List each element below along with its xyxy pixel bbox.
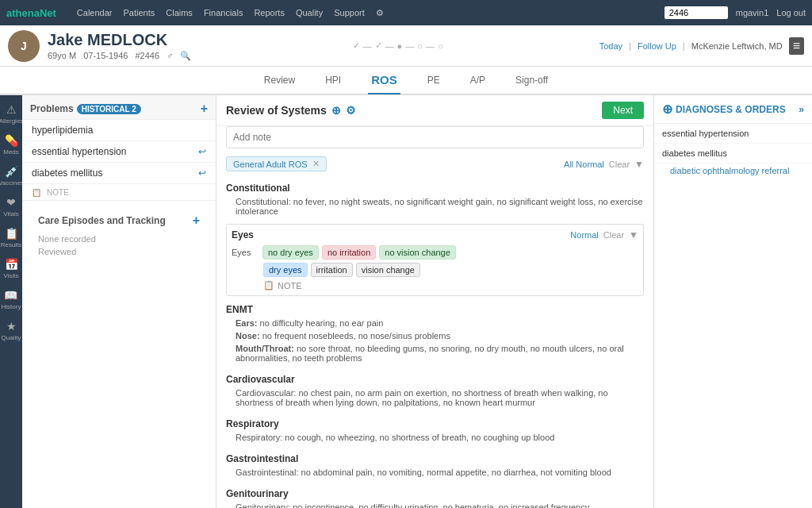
patient-details: 69yo M 07-15-1946 #2446 ♂ 🔍 [48,51,196,61]
respiratory-text: Respiratory: no cough, no wheezing, no s… [226,431,644,444]
sidebar-icon-meds[interactable]: 💊 Meds [3,134,19,156]
eyes-dropdown-icon[interactable]: ▼ [629,229,638,241]
eyes-title: Eyes [232,229,254,241]
eyes-tag-irritation[interactable]: irritation [311,263,353,277]
note-icon: 📋 [32,188,41,197]
clear-button[interactable]: Clear [609,160,630,169]
tab-review[interactable]: Review [261,68,298,92]
note-label: NOTE [47,188,69,197]
sidebar-icon-quality[interactable]: ★ Quality [2,320,21,341]
diagnoses-title-area: ⊕ DIAGNOSES & ORDERS [662,102,786,117]
ros-add-icon[interactable]: ⊕ [331,104,341,117]
next-button[interactable]: Next [602,102,644,119]
today-link[interactable]: Today [599,41,622,51]
results-icon: 📋 [5,227,18,240]
eyes-row1: Eyes no dry eyes no irritation no vision… [232,245,638,260]
patient-name: Jake MEDLOCK [48,31,196,49]
ros-cardiovascular: Cardiovascular Cardiovascular: no chest … [226,371,644,409]
problem-name: diabetes mellitus [32,167,102,179]
visits-icon: 📅 [5,258,18,271]
add-care-button[interactable]: + [193,214,200,228]
sidebar-icon-history[interactable]: 📖 History [2,289,21,310]
nav-financials[interactable]: Financials [204,8,243,18]
ros-genitourinary: Genitourinary Genitourinary: no incontin… [226,485,644,508]
category-name: Constitutional [226,179,644,195]
problem-name: hyperlipidemia [32,125,93,136]
meds-icon: 💊 [5,134,18,147]
tab-pe[interactable]: PE [424,68,443,92]
eyes-label: Eyes [232,248,259,257]
nav-claims[interactable]: Claims [166,8,193,18]
eyes-tag-dry-eyes[interactable]: dry eyes [263,263,308,277]
nav-reports[interactable]: Reports [254,8,285,18]
note-item: 📋 NOTE [22,184,216,200]
all-normal-button[interactable]: All Normal [564,160,604,169]
vitals-icon: ❤ [6,196,16,209]
top-nav: Calendar Patients Claims Financials Repo… [77,8,384,18]
ros-eyes-section: Eyes Normal Clear ▼ Eyes no dry eyes no … [226,224,644,296]
eyes-tag-vision-change[interactable]: vision change [356,263,420,277]
problem-item-hypertension: essential hypertension ↩ [22,141,216,163]
logout-button[interactable]: Log out [776,8,806,17]
problems-title: Problems [30,103,74,114]
expand-icon[interactable]: » [799,104,804,115]
history-icon: 📖 [4,289,17,302]
eyes-note-label: NOTE [278,281,302,291]
sidebar-icon-vitals[interactable]: ❤ Vitals [3,196,18,217]
center-panel: Review of Systems ⊕ ⚙ Next General Adult… [216,95,653,508]
ros-constitutional: Constitutional Constitutional: no fever,… [226,179,644,217]
avatar: J [8,30,40,62]
enmt-ears: Ears: no difficulty hearing, no ear pain [226,317,644,329]
ros-respiratory: Respiratory Respiratory: no cough, no wh… [226,415,644,444]
eyes-note-row: 📋 NOTE [232,280,638,291]
nav-settings-icon[interactable]: ⚙ [376,8,384,18]
all-normal-area: All Normal Clear ▼ [564,159,644,170]
gi-name: Gastrointestinal [226,450,644,466]
nav-calendar[interactable]: Calendar [77,8,113,18]
problem-arrow-icon[interactable]: ↩ [198,146,206,157]
add-problem-button[interactable]: + [201,102,208,116]
gender-icon: ♂ [167,51,173,60]
care-episodes-section: Care Episodes and Tracking + None record… [22,200,216,271]
menu-icon[interactable]: ≡ [789,37,804,55]
patient-search-input[interactable] [665,6,728,19]
left-panel: Problems HISTORICAL 2 + hyperlipidemia e… [22,95,216,508]
problem-arrow-icon[interactable]: ↩ [198,167,206,179]
tab-ap[interactable]: A/P [467,68,488,92]
follow-up-link[interactable]: Follow Up [638,41,676,51]
add-note-input[interactable] [226,126,644,148]
eyes-actions: Normal Clear ▼ [570,229,638,241]
plus-icon[interactable]: ⊕ [662,102,672,117]
tab-hpi[interactable]: HPI [322,68,344,92]
cardio-name: Cardiovascular [226,371,644,387]
sidebar-icon-results[interactable]: 📋 Results [1,227,22,248]
tab-ros[interactable]: ROS [368,67,400,94]
problem-item-hyperlipidemia: hyperlipidemia [22,120,216,141]
nav-quality[interactable]: Quality [296,8,323,18]
sidebar-icon-vaccines[interactable]: 💉 Vaccines [0,165,24,187]
problem-name: essential hypertension [32,146,126,157]
sidebar-icon-visits[interactable]: 📅 Visits [4,258,19,279]
general-adult-tag: General Adult ROS ✕ [226,152,327,176]
search-icon[interactable]: 🔍 [180,51,191,60]
eyes-clear-button[interactable]: Clear [603,230,624,240]
patient-info: J Jake MEDLOCK 69yo M 07-15-1946 #2446 ♂… [8,30,196,62]
dropdown-icon[interactable]: ▼ [634,159,644,170]
eyes-tag-no-dry-eyes[interactable]: no dry eyes [262,245,319,260]
tab-signoff[interactable]: Sign-off [512,68,551,92]
eyes-tag-no-irritation[interactable]: no irritation [322,245,376,260]
header-center: ✓—✓—●—○—○ [353,40,443,51]
tab-navigation: Review HPI ROS PE A/P Sign-off [0,67,812,95]
cardio-text: Cardiovascular: no chest pain, no arm pa… [226,387,644,409]
nav-patients[interactable]: Patients [124,8,155,18]
sidebar-icon-allergies[interactable]: ⚠ Allergies [0,103,23,125]
nav-support[interactable]: Support [334,8,365,18]
eyes-tag-no-vision-change[interactable]: no vision change [379,245,456,260]
eyes-normal-button[interactable]: Normal [570,230,598,240]
general-adult-row: General Adult ROS ✕ All Normal Clear ▼ [226,152,644,176]
progress-dots: ✓—✓—●—○—○ [353,40,443,51]
app-logo: athenaNet [6,7,56,19]
general-adult-close[interactable]: ✕ [312,159,320,169]
care-section: Care Episodes and Tracking + None record… [30,207,208,264]
ros-settings-icon[interactable]: ⚙ [346,104,356,117]
